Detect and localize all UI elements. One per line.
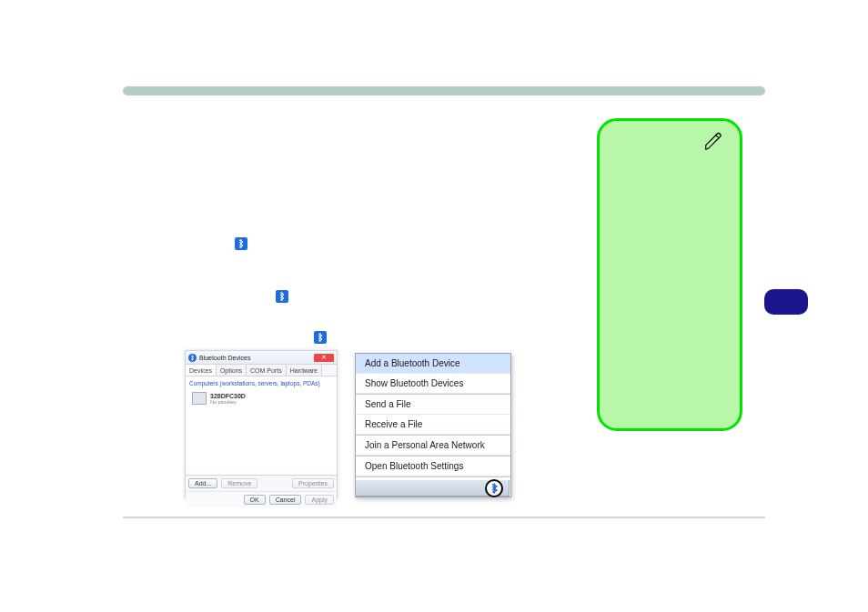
add-button[interactable]: Add... <box>188 478 217 488</box>
apply-button[interactable]: Apply <box>305 495 334 505</box>
bluetooth-devices-dialog: Bluetooth Devices ✕ Devices Options COM … <box>185 350 338 499</box>
footer-divider <box>123 517 765 518</box>
pen-icon <box>703 132 723 156</box>
taskbar-tray-fragment <box>355 480 510 497</box>
menu-send-file[interactable]: Send a File <box>356 394 510 415</box>
close-button[interactable]: ✕ <box>314 354 334 362</box>
bluetooth-icon <box>235 237 247 250</box>
dialog-tabs: Devices Options COM Ports Hardware <box>186 365 337 376</box>
properties-button[interactable]: Properties <box>292 478 334 488</box>
ok-button[interactable]: OK <box>244 495 266 505</box>
menu-add-device[interactable]: Add a Bluetooth Device <box>356 354 510 374</box>
bluetooth-tray-context-menu: Add a Bluetooth Device Show Bluetooth De… <box>355 353 511 497</box>
menu-show-devices[interactable]: Show Bluetooth Devices <box>356 374 510 394</box>
device-subtext: No passkey <box>210 399 246 405</box>
dialog-action-row: Add... Remove Properties <box>186 475 337 491</box>
device-name: 328DFC30D <box>210 393 246 399</box>
tab-devices[interactable]: Devices <box>186 365 217 376</box>
dialog-titlebar: Bluetooth Devices ✕ <box>186 351 337 365</box>
bluetooth-icon <box>314 331 327 344</box>
bluetooth-icon <box>188 354 197 362</box>
cancel-button[interactable]: Cancel <box>269 495 302 505</box>
header-divider <box>123 86 765 95</box>
sidebar-note-panel <box>597 118 742 431</box>
dialog-body: Computers (workstations, servers, laptop… <box>186 376 337 475</box>
bluetooth-icon <box>276 290 288 303</box>
side-tab-marker <box>764 289 808 315</box>
dialog-ok-row: OK Cancel Apply <box>186 491 337 507</box>
device-category-label: Computers (workstations, servers, laptop… <box>189 380 333 386</box>
menu-open-settings[interactable]: Open Bluetooth Settings <box>356 456 510 477</box>
dialog-title: Bluetooth Devices <box>199 355 250 361</box>
menu-join-pan[interactable]: Join a Personal Area Network <box>356 435 510 456</box>
tab-options[interactable]: Options <box>217 365 247 376</box>
remove-button[interactable]: Remove <box>221 478 257 488</box>
bluetooth-tray-icon[interactable] <box>485 479 503 497</box>
device-text: 328DFC30D No passkey <box>210 393 246 405</box>
menu-receive-file[interactable]: Receive a File <box>356 415 510 435</box>
tab-hardware[interactable]: Hardware <box>287 365 322 376</box>
tab-com-ports[interactable]: COM Ports <box>247 365 287 376</box>
device-list-item[interactable]: 328DFC30D No passkey <box>189 389 333 407</box>
computer-icon <box>192 392 207 405</box>
